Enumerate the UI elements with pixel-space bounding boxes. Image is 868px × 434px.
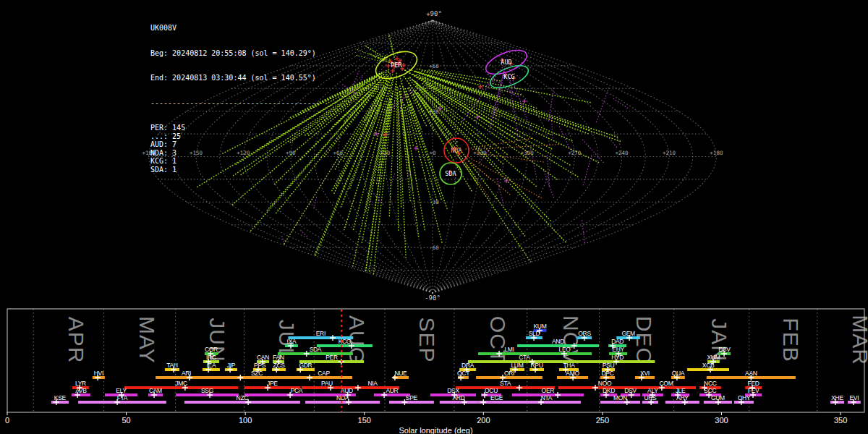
month-label-DEC: DEC xyxy=(632,316,656,364)
meteor-trail xyxy=(544,171,554,198)
shower-label-IXA: IXA xyxy=(287,338,297,345)
shower-label-SCC: SCC xyxy=(704,387,716,394)
shower-label-JLE: JLE xyxy=(676,387,686,394)
shower-label-OCT: OCT xyxy=(457,370,469,377)
month-label-FEB: FEB xyxy=(779,318,803,362)
count-line-AUD: AUD: 7 xyxy=(150,140,320,149)
shower-label-LMI: LMI xyxy=(504,346,514,353)
shower-label-NUE: NUE xyxy=(394,370,407,377)
shower-bar-ARI xyxy=(156,376,217,379)
shower-bar-NZC xyxy=(184,401,300,404)
shower-label-NDA: NDA xyxy=(336,394,349,401)
axis-title: Solar longitude (deg) xyxy=(399,426,472,434)
shower-label-ORI: ORI xyxy=(504,370,514,377)
shower-label-GDR: GDR xyxy=(299,362,312,369)
ra-label: +240 xyxy=(616,150,629,156)
radiant-map-app: { "header": { "station": "UK008V", "beg_… xyxy=(0,0,868,434)
shower-label-LEO: LEO xyxy=(559,346,571,353)
shower-bar-KCG xyxy=(317,344,373,347)
meteor-trail xyxy=(401,108,410,201)
meteor-trail xyxy=(415,82,537,187)
shower-label-NOO: NOO xyxy=(598,380,612,387)
shower-peak-marker-OER xyxy=(555,392,561,398)
meteor-trail xyxy=(583,156,591,185)
shower-bar-LMI xyxy=(478,352,540,355)
shower-label-PSU: PSU xyxy=(603,362,615,369)
shower-label-FED: FED xyxy=(748,380,760,387)
shower-bar-JMC xyxy=(124,386,238,389)
meteor-trail xyxy=(407,106,443,243)
radiant-label-KCG: KCG xyxy=(503,73,514,80)
shower-peak-marker-SDA xyxy=(304,351,310,357)
obs-begin-line: Beg: 20240812 20:55:08 (sol = 140.29°) xyxy=(150,49,320,58)
shower-count-list: PER: 145...: 25AUD: 7NDA: 3KCG: 1SDA: 1 xyxy=(150,124,320,174)
month-label-SEP: SEP xyxy=(415,317,439,362)
shower-peak-marker-CAP xyxy=(307,375,312,380)
meteor-trail xyxy=(559,127,572,153)
meteor-marker xyxy=(522,99,527,103)
shower-bar-NTA xyxy=(512,401,581,404)
shower-bar-NDA xyxy=(305,401,380,404)
shower-label-DRA: DRA xyxy=(461,362,475,369)
shower-label-XHE: XHE xyxy=(831,394,843,401)
meteor-trail xyxy=(415,91,477,179)
separator-dashes: --------------------------------------- xyxy=(150,99,320,108)
shower-label-MON: MON xyxy=(613,394,627,401)
shower-bar-FTA xyxy=(78,401,166,404)
meteor-trail xyxy=(349,106,381,190)
shower-bar-COM xyxy=(637,386,696,389)
meridian-105 xyxy=(433,20,598,293)
shower-label-NCC: NCC xyxy=(704,380,717,387)
shower-label-SZC: SZC xyxy=(251,370,263,377)
shower-label-HYD: HYD xyxy=(611,354,624,361)
radiant-label-PER: PER xyxy=(391,61,402,69)
shower-bar-SPE xyxy=(389,401,434,404)
radiant-label-NDA: NDA xyxy=(451,147,461,154)
meteor-trail xyxy=(341,104,381,207)
shower-label-ARD: ARD xyxy=(452,394,464,401)
axis-tick-label-150: 150 xyxy=(358,416,371,425)
shower-label-AUD: AUD xyxy=(341,387,353,394)
shower-bar-XVI xyxy=(635,376,655,379)
meteor-trail xyxy=(551,116,553,140)
solar-longitude-axis: 050100150200250300350Solar longitude (de… xyxy=(5,412,847,434)
shower-label-SDA: SDA xyxy=(310,346,322,353)
shower-label-OER: OER xyxy=(542,387,555,394)
shower-label-QUA: QUA xyxy=(672,370,685,377)
shower-label-PCA: PCA xyxy=(291,387,303,394)
shower-bar-ARD xyxy=(440,401,477,404)
shower-label-DSX: DSX xyxy=(447,387,459,394)
shower-peak-marker-SZC xyxy=(237,375,243,380)
ra-label: +180 xyxy=(710,150,723,156)
shower-bars: KUMERISLDORSGEMIXAKCGANDDADCORSDALMILEOE… xyxy=(51,323,861,406)
shower-peak-marker-ERI xyxy=(330,335,336,341)
shower-bar-CAP xyxy=(295,376,352,379)
nda-trails xyxy=(466,138,562,200)
dec-label: -60 xyxy=(429,244,439,251)
shower-label-OHY: OHY xyxy=(738,394,751,401)
shower-label-HVI: HVI xyxy=(94,370,103,377)
meteor-trail xyxy=(389,84,396,216)
radiant-ellipses: PERAUDKCGNDASDA xyxy=(372,46,531,184)
shower-label-RPU: RPU xyxy=(531,362,543,369)
axis-tick-label-300: 300 xyxy=(715,416,728,425)
shower-label-AUR: AUR xyxy=(386,387,398,394)
meteor-trail xyxy=(374,194,384,205)
month-label-MAY: MAY xyxy=(135,316,159,364)
shower-peak-marker-EGE xyxy=(480,399,486,405)
meteor-trail xyxy=(341,105,388,320)
shower-peak-marker-NIA xyxy=(355,385,361,391)
shower-label-JPE: JPE xyxy=(267,380,278,387)
count-line-NDA: NDA: 3 xyxy=(150,149,320,158)
axis-tick-label-0: 0 xyxy=(5,416,9,425)
shower-label-FTA: FTA xyxy=(117,394,128,401)
shower-peak-marker-NOO xyxy=(592,385,598,391)
axis-tick-label-50: 50 xyxy=(122,416,130,425)
shower-label-NIA: NIA xyxy=(367,380,378,387)
shower-label-CAM: CAM xyxy=(149,387,162,394)
shower-label-LUM: LUM xyxy=(511,362,523,369)
shower-label-DKD: DKD xyxy=(603,387,615,394)
shower-label-CAP: CAP xyxy=(318,370,330,377)
axis-tick-label-250: 250 xyxy=(596,416,609,425)
meteor-trail xyxy=(427,85,533,156)
